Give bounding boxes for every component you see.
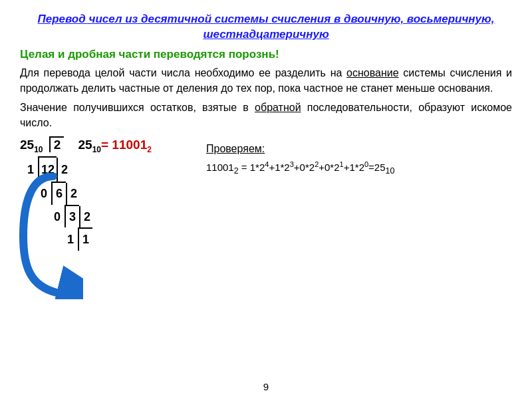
header-sub2: 10 bbox=[92, 144, 101, 154]
check-section: Проверяем: 110012 = 1*24+1*23+0*22+0*21+… bbox=[193, 136, 512, 251]
check-title: Проверяем: bbox=[206, 143, 512, 155]
content-area: 2510 2 2510= 110012 1 12 2 0 6 2 bbox=[20, 136, 512, 251]
page-number: 9 bbox=[263, 381, 269, 392]
cf-sup3: 2 bbox=[315, 160, 319, 168]
header-divider-cell: 2 bbox=[49, 136, 65, 152]
para1-text1: Для перевода целой части числа необходим… bbox=[20, 67, 346, 78]
paragraph2: Значение получившихся остатков, взятые в… bbox=[20, 100, 512, 130]
slide-title: Перевод чисел из десятичной системы счис… bbox=[20, 12, 512, 43]
cf-sub2: 10 bbox=[386, 166, 395, 176]
paragraph1: Для перевода целой части числа необходим… bbox=[20, 65, 512, 96]
header-num2: 2510 bbox=[78, 138, 101, 152]
division-header: 2510 2 2510= 110012 bbox=[20, 136, 193, 154]
header-sub1: 10 bbox=[34, 144, 43, 154]
cf-sup1: 4 bbox=[265, 160, 269, 168]
cf-sup2: 3 bbox=[290, 160, 294, 168]
subtitle: Целая и дробная части переводятся порозн… bbox=[20, 48, 512, 61]
check-formula: 110012 = 1*24+1*23+0*22+0*21+1*20=2510 bbox=[206, 159, 512, 178]
para1-underline: основание bbox=[346, 67, 399, 78]
slide: Перевод чисел из десятичной системы счис… bbox=[0, 0, 532, 399]
para2-underline: обратной bbox=[255, 102, 301, 113]
cf-sup4: 1 bbox=[340, 160, 344, 168]
para2-text1: Значение получившихся остатков, взятые в bbox=[20, 102, 255, 113]
header-result: = 110012 bbox=[101, 138, 152, 152]
blue-arrow bbox=[17, 173, 83, 302]
cf-sub1: 2 bbox=[234, 166, 239, 176]
header-num1: 2510 bbox=[20, 138, 43, 152]
division-section: 2510 2 2510= 110012 1 12 2 0 6 2 bbox=[20, 136, 193, 251]
header-sub3: 2 bbox=[147, 144, 152, 154]
cf-sup5: 0 bbox=[364, 160, 368, 168]
